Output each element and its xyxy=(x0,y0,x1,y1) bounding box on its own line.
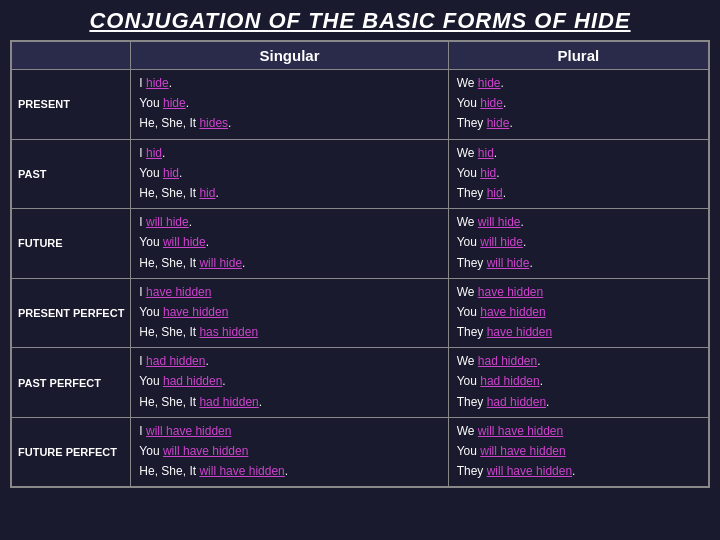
page-title: CONJUGATION OF THE BASIC FORMS OF HIDE xyxy=(89,8,630,34)
list-item: We will hide. xyxy=(457,213,700,232)
list-item: He, She, It hid. xyxy=(139,184,439,203)
singular-cell: I will have hiddenYou will have hiddenHe… xyxy=(131,417,448,487)
singular-cell: I hide.You hide.He, She, It hides. xyxy=(131,70,448,140)
list-item: They will hide. xyxy=(457,254,700,273)
plural-cell: We have hiddenYou have hiddenThey have h… xyxy=(448,278,709,348)
list-item: I have hidden xyxy=(139,283,439,302)
list-item: I will have hidden xyxy=(139,422,439,441)
plural-cell: We will have hiddenYou will have hiddenT… xyxy=(448,417,709,487)
list-item: You have hidden xyxy=(139,303,439,322)
singular-cell: I hid.You hid.He, She, It hid. xyxy=(131,139,448,209)
list-item: He, She, It will hide. xyxy=(139,254,439,273)
conjugation-table: Singular Plural PRESENTI hide.You hide.H… xyxy=(10,40,710,488)
tense-label: FUTURE xyxy=(11,209,131,279)
header-plural: Plural xyxy=(448,41,709,70)
list-item: They will have hidden. xyxy=(457,462,700,481)
list-item: They hid. xyxy=(457,184,700,203)
list-item: You had hidden. xyxy=(139,372,439,391)
plural-cell: We hid.You hid.They hid. xyxy=(448,139,709,209)
list-item: I will hide. xyxy=(139,213,439,232)
list-item: We hid. xyxy=(457,144,700,163)
list-item: You had hidden. xyxy=(457,372,700,391)
list-item: You will hide. xyxy=(139,233,439,252)
list-item: You will hide. xyxy=(457,233,700,252)
list-item: You hide. xyxy=(457,94,700,113)
title-prefix: CONJUGATION OF THE BASIC FORMS OF xyxy=(89,8,574,33)
list-item: I hid. xyxy=(139,144,439,163)
singular-cell: I will hide.You will hide.He, She, It wi… xyxy=(131,209,448,279)
header-singular: Singular xyxy=(131,41,448,70)
list-item: You hid. xyxy=(457,164,700,183)
list-item: You will have hidden xyxy=(139,442,439,461)
list-item: You hide. xyxy=(139,94,439,113)
list-item: They have hidden xyxy=(457,323,700,342)
list-item: I hide. xyxy=(139,74,439,93)
list-item: He, She, It had hidden. xyxy=(139,393,439,412)
list-item: You hid. xyxy=(139,164,439,183)
tense-label: PRESENT PERFECT xyxy=(11,278,131,348)
page: CONJUGATION OF THE BASIC FORMS OF HIDE S… xyxy=(0,0,720,540)
list-item: We hide. xyxy=(457,74,700,93)
title-word: HIDE xyxy=(574,8,631,33)
singular-cell: I have hiddenYou have hiddenHe, She, It … xyxy=(131,278,448,348)
list-item: We had hidden. xyxy=(457,352,700,371)
list-item: He, She, It will have hidden. xyxy=(139,462,439,481)
plural-cell: We will hide.You will hide.They will hid… xyxy=(448,209,709,279)
tense-label: PAST xyxy=(11,139,131,209)
tense-label: PAST PERFECT xyxy=(11,348,131,418)
plural-cell: We hide.You hide.They hide. xyxy=(448,70,709,140)
list-item: He, She, It hides. xyxy=(139,114,439,133)
list-item: I had hidden. xyxy=(139,352,439,371)
list-item: You will have hidden xyxy=(457,442,700,461)
list-item: They hide. xyxy=(457,114,700,133)
plural-cell: We had hidden.You had hidden.They had hi… xyxy=(448,348,709,418)
tense-label: PRESENT xyxy=(11,70,131,140)
header-tense xyxy=(11,41,131,70)
list-item: We will have hidden xyxy=(457,422,700,441)
list-item: You have hidden xyxy=(457,303,700,322)
singular-cell: I had hidden.You had hidden.He, She, It … xyxy=(131,348,448,418)
tense-label: FUTURE PERFECT xyxy=(11,417,131,487)
list-item: We have hidden xyxy=(457,283,700,302)
list-item: He, She, It has hidden xyxy=(139,323,439,342)
list-item: They had hidden. xyxy=(457,393,700,412)
